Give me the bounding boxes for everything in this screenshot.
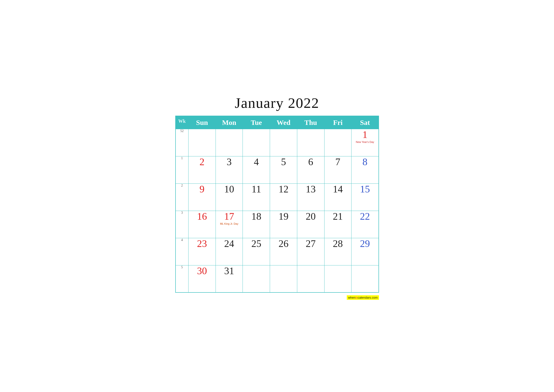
branding-com: com	[372, 296, 378, 299]
calendar-row: 521New Year's Day	[175, 129, 379, 156]
day-number: 2	[188, 156, 215, 167]
wk-header: Wk	[175, 116, 188, 129]
day-number: 27	[297, 238, 324, 249]
day-cell	[215, 129, 243, 156]
calendar-row: 423242526272829	[175, 238, 379, 265]
day-number: 1	[352, 129, 378, 140]
calendar-row: 29101112131415	[175, 183, 379, 211]
day-cell: 18	[243, 211, 270, 238]
week-number: 4	[175, 238, 188, 265]
day-number: 10	[216, 184, 243, 195]
day-cell: 21	[324, 211, 352, 238]
day-number: 28	[325, 238, 352, 249]
day-cell: 16	[188, 211, 216, 238]
calendar-title: January 2022	[175, 95, 379, 111]
day-cell: 27	[297, 238, 324, 265]
header-tue: Tue	[243, 116, 270, 129]
day-cell: 5	[270, 156, 297, 183]
calendar-container: January 2022 Wk Sun Mon Tue Wed Thu Fri …	[171, 90, 384, 302]
day-cell: 26	[270, 238, 297, 265]
day-cell	[324, 129, 352, 156]
branding: wheniscalendars.com	[347, 295, 379, 300]
day-number: 9	[188, 184, 215, 195]
day-cell: 22	[352, 211, 379, 238]
day-number: 15	[352, 184, 378, 195]
day-cell	[243, 129, 270, 156]
day-cell: 8	[352, 156, 379, 183]
header-sun: Sun	[188, 116, 216, 129]
day-cell: 20	[297, 211, 324, 238]
header-wed: Wed	[270, 116, 297, 129]
header-fri: Fri	[324, 116, 352, 129]
day-cell: 11	[243, 183, 270, 211]
day-number: 20	[297, 211, 324, 222]
day-cell: 14	[324, 183, 352, 211]
week-number: 52	[175, 129, 188, 156]
day-cell: 15	[352, 183, 379, 211]
day-cell: 4	[243, 156, 270, 183]
day-cell: 9	[188, 183, 216, 211]
day-number: 13	[297, 184, 324, 195]
header-thu: Thu	[297, 116, 324, 129]
day-number: 12	[270, 184, 297, 195]
branding-is: is	[355, 296, 358, 299]
day-cell	[188, 129, 216, 156]
day-number: 18	[243, 211, 270, 222]
day-cell: 6	[297, 156, 324, 183]
week-number: 2	[175, 183, 188, 211]
calendar-row: 31617ML King Jr. Day1819202122	[175, 211, 379, 238]
day-cell: 28	[324, 238, 352, 265]
day-number: 4	[243, 156, 270, 167]
calendar-row: 53031	[175, 265, 379, 293]
day-cell	[270, 129, 297, 156]
day-cell	[324, 265, 352, 293]
holiday-label: New Year's Day	[352, 140, 378, 144]
day-number: 23	[188, 238, 215, 249]
day-number: 3	[216, 156, 243, 167]
day-number: 29	[352, 238, 378, 249]
day-number: 5	[270, 156, 297, 167]
day-cell: 2	[188, 156, 216, 183]
branding-calendars: calendars	[358, 296, 371, 299]
day-cell: 29	[352, 238, 379, 265]
day-number: 14	[325, 184, 352, 195]
day-cell	[270, 265, 297, 293]
day-cell: 31	[215, 265, 243, 293]
day-number: 22	[352, 211, 378, 222]
day-number: 7	[325, 156, 352, 167]
day-cell: 3	[215, 156, 243, 183]
day-number: 6	[297, 156, 324, 167]
header-mon: Mon	[215, 116, 243, 129]
day-number: 30	[188, 266, 215, 276]
day-cell: 10	[215, 183, 243, 211]
day-number: 8	[352, 156, 378, 167]
day-cell: 13	[297, 183, 324, 211]
day-number: 31	[216, 266, 243, 276]
day-number: 26	[270, 238, 297, 249]
day-cell: 19	[270, 211, 297, 238]
day-number: 17	[216, 211, 243, 222]
calendar-row: 12345678	[175, 156, 379, 183]
branding-when: when	[348, 296, 355, 299]
week-number: 1	[175, 156, 188, 183]
day-cell: 12	[270, 183, 297, 211]
day-number: 25	[243, 238, 270, 249]
day-number: 11	[243, 184, 270, 195]
day-cell: 23	[188, 238, 216, 265]
day-cell	[297, 129, 324, 156]
day-number: 16	[188, 211, 215, 222]
day-cell	[243, 265, 270, 293]
day-cell: 24	[215, 238, 243, 265]
branding-box: wheniscalendars.com	[347, 295, 379, 300]
header-row: Wk Sun Mon Tue Wed Thu Fri Sat	[175, 116, 379, 129]
day-cell	[352, 265, 379, 293]
week-number: 5	[175, 265, 188, 293]
day-cell: 25	[243, 238, 270, 265]
header-sat: Sat	[352, 116, 379, 129]
holiday-label: ML King Jr. Day	[216, 222, 243, 225]
day-cell: 30	[188, 265, 216, 293]
week-number: 3	[175, 211, 188, 238]
day-number: 19	[270, 211, 297, 222]
day-cell: 7	[324, 156, 352, 183]
day-number: 24	[216, 238, 243, 249]
